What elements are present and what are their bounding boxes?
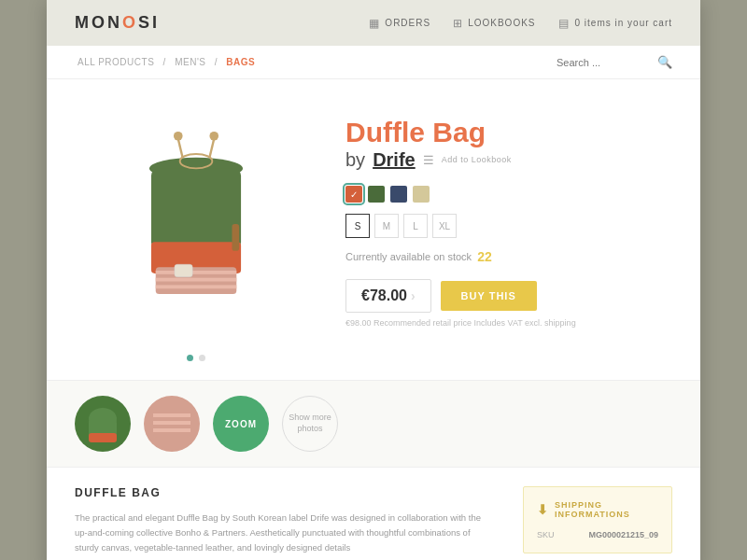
page-wrapper: MONOSI ▦ ORDERS ⊞ LOOKBOOKS ▤ 0 items in… [47, 0, 700, 560]
shipping-box: ⬇ SHIPPING INFORMATIONS SKU MG000021215_… [523, 486, 672, 553]
thumbnails-section: ZOOM Show more photos [47, 380, 700, 467]
dot-1[interactable] [187, 355, 193, 361]
sub-header: ALL PRODUCTS / MEN'S / BAGS 🔍 [47, 46, 700, 79]
thumbnail-1[interactable] [75, 396, 131, 452]
search-icon[interactable]: 🔍 [657, 55, 672, 69]
svg-rect-5 [156, 278, 237, 282]
svg-rect-1 [151, 168, 241, 249]
buy-button[interactable]: BUY THIS [441, 281, 537, 311]
cart-text: 0 items in your cart [575, 18, 672, 28]
more-photos-button[interactable]: Show more photos [282, 396, 338, 452]
sku-value: MG000021215_09 [588, 530, 658, 539]
thumb1-img [79, 400, 126, 447]
size-l[interactable]: L [403, 214, 428, 238]
by-label: by [345, 149, 365, 171]
thumb2-img [148, 400, 195, 447]
breadcrumb-all-products[interactable]: ALL PRODUCTS [78, 57, 154, 67]
size-s[interactable]: S [345, 214, 370, 238]
svg-rect-6 [156, 285, 237, 288]
shipping-title: SHIPPING INFORMATIONS [555, 500, 658, 519]
product-by: by Drife ☰ Add to Lookbook [345, 149, 672, 171]
swatch-navy[interactable] [390, 186, 407, 203]
svg-rect-13 [232, 224, 239, 251]
dot-2[interactable] [199, 355, 205, 361]
brand-name[interactable]: Drife [373, 149, 416, 171]
breadcrumb-mens[interactable]: MEN'S [175, 57, 205, 67]
description-title: DUFFLE BAG [75, 486, 495, 499]
svg-line-8 [209, 139, 214, 158]
logo: MONOSI [75, 13, 160, 33]
cart-icon: ▤ [558, 17, 570, 30]
breadcrumb: ALL PRODUCTS / MEN'S / BAGS [75, 57, 258, 67]
svg-rect-20 [153, 428, 190, 432]
price-section: €78.00 › BUY THIS [345, 279, 672, 313]
svg-line-7 [178, 139, 183, 158]
nav-items: ▦ ORDERS ⊞ LOOKBOOKS ▤ 0 items in your c… [369, 17, 672, 30]
shipping-icon: ⬇ [537, 502, 549, 517]
svg-rect-18 [153, 413, 190, 417]
pagination-dots [187, 355, 205, 361]
stock-info: Currently available on stock 22 [345, 249, 672, 264]
swatch-orange[interactable]: ✓ [345, 186, 362, 203]
search-bar: 🔍 [557, 55, 672, 69]
breadcrumb-separator2: / [215, 57, 221, 67]
lookbooks-nav[interactable]: ⊞ LOOKBOOKS [453, 17, 535, 30]
product-image [103, 107, 289, 341]
main-content: Duffle Bag by Drife ☰ Add to Lookbook ✓ … [47, 79, 700, 380]
svg-rect-19 [153, 421, 190, 425]
orders-icon: ▦ [369, 17, 380, 30]
size-m[interactable]: M [374, 214, 399, 238]
lookbook-icon: ☰ [423, 153, 434, 167]
svg-point-10 [209, 132, 218, 141]
product-description: DUFFLE BAG The practical and elegant Duf… [75, 486, 495, 555]
price-badge: €78.00 › [345, 279, 431, 313]
bag-illustration [103, 107, 289, 341]
svg-rect-12 [175, 264, 192, 276]
product-details: Duffle Bag by Drife ☰ Add to Lookbook ✓ … [345, 107, 672, 361]
bottom-section: DUFFLE BAG The practical and elegant Duf… [47, 467, 700, 560]
svg-point-9 [174, 132, 183, 141]
stock-label: Currently available on stock [345, 251, 472, 262]
sku-row: SKU MG000021215_09 [537, 530, 658, 539]
description-text: The practical and elegant Duffle Bag by … [75, 511, 495, 555]
color-swatches: ✓ [345, 186, 672, 203]
stock-number: 22 [477, 249, 492, 264]
price-note: €98.00 Recommended retail price Includes… [345, 317, 672, 329]
lookbooks-label: LOOKBOOKS [468, 18, 535, 28]
swatch-green[interactable] [368, 186, 385, 203]
orders-nav[interactable]: ▦ ORDERS [369, 17, 430, 30]
price-arrow: › [411, 288, 416, 303]
swatch-checkmark: ✓ [345, 186, 362, 203]
product-image-section [75, 107, 317, 361]
cart-nav[interactable]: ▤ 0 items in your cart [558, 17, 672, 30]
thumbnail-2[interactable] [144, 396, 200, 452]
lookbook-link[interactable]: Add to Lookbook [442, 155, 512, 165]
size-options: S M L XL [345, 214, 672, 238]
orders-label: ORDERS [385, 18, 430, 28]
zoom-button[interactable]: ZOOM [213, 396, 269, 452]
shipping-header: ⬇ SHIPPING INFORMATIONS [537, 500, 658, 519]
swatch-tan[interactable] [413, 186, 430, 203]
product-title: Duffle Bag [345, 117, 672, 147]
sku-label: SKU [537, 530, 555, 539]
search-input[interactable] [557, 57, 650, 68]
breadcrumb-separator1: / [163, 57, 170, 67]
svg-rect-4 [156, 271, 237, 274]
price-value: €78.00 [361, 287, 407, 304]
header: MONOSI ▦ ORDERS ⊞ LOOKBOOKS ▤ 0 items in… [47, 0, 700, 46]
lookbooks-icon: ⊞ [453, 17, 463, 30]
svg-rect-16 [89, 433, 117, 442]
size-xl[interactable]: XL [432, 214, 457, 238]
breadcrumb-bags[interactable]: BAGS [226, 57, 255, 67]
